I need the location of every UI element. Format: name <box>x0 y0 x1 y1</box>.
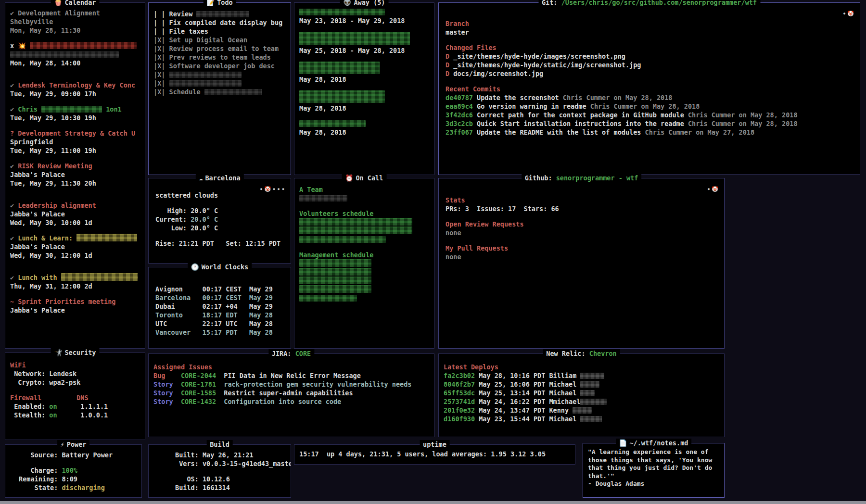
text: 1.1.1.1 <box>80 403 108 410</box>
text: Wed, May 30, 10:00 1d <box>10 219 92 227</box>
text: May 25, 16:06 PDT Michael <box>475 380 580 388</box>
commit-row: 3d3c2cb Quick Start installation instruc… <box>446 119 856 128</box>
section-heading: WiFi <box>10 361 141 369</box>
redacted-block <box>76 234 137 241</box>
text: 23ff067 <box>446 128 473 136</box>
redacted-block <box>573 407 592 414</box>
event-date: Wed, May 30, 10:00 1d <box>10 218 141 227</box>
event-date: Tue, May 29, 11:00 19h <box>10 146 141 155</box>
redacted-block <box>41 106 102 113</box>
text: PRs: 3 Issues: 17 Stars: 66 <box>446 205 559 213</box>
panel-title: 👽Away (5) <box>340 0 389 7</box>
empty-value: none <box>446 228 720 237</box>
text: 💥 <box>18 42 30 50</box>
away-dates: May 28, 2018 <box>299 128 430 137</box>
text: those things that says, 'You know <box>588 456 712 464</box>
text: ~/.wtf/notes.md <box>629 439 688 447</box>
text: ✔ <box>10 9 18 17</box>
power-source: Source: Battery Power <box>19 451 138 459</box>
issue-row[interactable]: Story CORE-1432 Configuration into sourc… <box>153 397 430 406</box>
deploy-row: 201f0e32 May 24, 13:47 PDT Kenny <box>444 406 720 415</box>
text: Build <box>210 441 229 448</box>
panel-title: uptime <box>420 440 450 449</box>
memo-icon: 📝 <box>206 0 215 6</box>
text: JIRA: <box>272 350 295 357</box>
text: Tue, May 29, 11:30 20h <box>10 179 96 187</box>
alarm-clock-icon: ⏰ <box>345 174 354 182</box>
text: Changed Files <box>446 44 497 51</box>
todo-item[interactable]: |X| Schedule <box>153 88 287 96</box>
text: Low: <box>155 224 191 232</box>
panel-body: "A learning experience is one ofthose th… <box>583 443 724 497</box>
text: May 28, 2018 <box>299 76 346 83</box>
wifi-network: Network: Lendesk <box>10 369 141 378</box>
todo-panel: 📝Todo| | Review | | Fix compiled date di… <box>148 2 291 175</box>
note-line: "A learning experience is one of <box>588 448 720 456</box>
text: Correct path for the context package in … <box>473 111 688 119</box>
event-location: Shelbyville <box>10 17 141 26</box>
event-title: ✔ Lunch with <box>10 273 141 282</box>
todo-item[interactable]: | | Review <box>153 10 287 18</box>
fencer-icon: 🤺 <box>54 349 63 356</box>
text: Update the README with the list of modul… <box>473 128 645 136</box>
panel-title: 🤺Security <box>51 348 100 357</box>
text: Source: Battery Power <box>19 451 113 459</box>
redacted-block <box>299 277 371 284</box>
redacted-block <box>299 285 371 293</box>
text: Current: <box>155 215 191 223</box>
text: 1on1 <box>102 105 122 113</box>
todo-item[interactable]: |X| <box>153 70 287 79</box>
text: May 28, 2018 <box>299 104 346 112</box>
text: Fix compiled date display bug <box>169 19 283 26</box>
todo-item[interactable]: |X| Prev reviews to team leads <box>153 53 287 62</box>
weather-panel: ☁Barcelonascattered clouds High: 20.0° C… <box>148 178 291 264</box>
away-dates: May 23, 2018 - May 29, 2018 <box>299 16 430 25</box>
todo-item[interactable]: | | File taxes <box>153 27 287 36</box>
todo-item[interactable]: |X| Software developer job desc <box>153 62 287 70</box>
text: Quick Start installation instructions in… <box>473 120 688 127</box>
text: ✔ <box>10 105 18 113</box>
event-title: ? Development Strategy & Catch U <box>10 129 141 138</box>
spacer <box>10 387 141 393</box>
uptime-line: 15:17 up 4 days, 21:31, 5 users, load av… <box>299 450 571 458</box>
panel-body: Latest Deploysfa2c3b02 May 28, 10:16 PDT… <box>439 354 724 437</box>
text: Barcelona <box>205 174 240 182</box>
text: CORE-1781 <box>181 380 224 388</box>
spacer <box>10 260 141 273</box>
commit-row: eaa89c4 Go version warning in readme Chr… <box>446 102 856 111</box>
todo-item[interactable]: |X| Review process email to team <box>153 44 287 53</box>
text: 201f0e32 <box>444 406 475 414</box>
todo-item[interactable]: |X| Set up Digital Ocean <box>153 36 287 44</box>
todo-item[interactable]: |X| <box>153 79 287 88</box>
redacted-block <box>299 120 366 127</box>
section-heading: Recent Commits <box>446 85 856 93</box>
text: - Douglas Adams <box>588 480 644 487</box>
issue-row[interactable]: Bug CORE-2044 PII Data in New Relic Erro… <box>153 371 430 380</box>
text: Tue, May 29, 10:30 19h <box>10 114 96 122</box>
text: Mon, May 28, 14:00 <box>10 59 80 67</box>
text: Dubai 02:17 +04 May 29 <box>155 302 273 310</box>
text: CORE-1585 <box>181 389 224 397</box>
text: CORE-1432 <box>181 398 224 405</box>
changed-file: D _site/themes/hyde-hyde/static/img/scre… <box>446 61 856 69</box>
redacted-block <box>299 62 380 74</box>
text: Lunch with <box>18 274 61 281</box>
away-dates: May 28, 2018 <box>299 104 430 113</box>
panel-body: WiFi Network: Lendesk Crypto: wpa2-pskFi… <box>5 353 145 440</box>
issue-row[interactable]: Story CORE-1585 Restrict super-admin cap… <box>153 389 430 397</box>
panel-body: | | Review | | Fix compiled date display… <box>149 3 291 175</box>
section-heading: Changed Files <box>446 43 856 52</box>
text: Git: <box>542 0 561 6</box>
issue-row[interactable]: Story CORE-1781 rack-protection gem secu… <box>153 380 430 389</box>
text: | | <box>153 27 169 35</box>
todo-item[interactable]: | | Fix compiled date display bug <box>153 18 287 27</box>
security-panel: 🤺SecurityWiFi Network: Lendesk Crypto: w… <box>5 353 145 440</box>
event-location: Jabba's Palace <box>10 210 141 218</box>
text: Todo <box>217 0 233 6</box>
text: RISK Review Meeting <box>18 162 92 170</box>
text: Lunch & Learn: <box>18 234 76 242</box>
text: 8046f2b7 <box>444 380 475 388</box>
panel-body: Avignon 00:17 CEST May 29Barcelona 00:17… <box>149 267 291 348</box>
text: On Call <box>356 174 383 182</box>
text: DNS <box>76 394 88 402</box>
